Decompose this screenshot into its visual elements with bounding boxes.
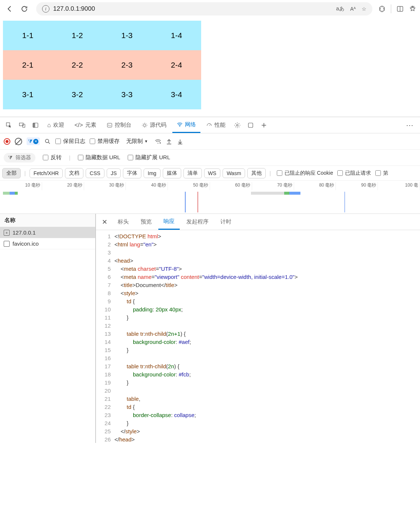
record-button[interactable]	[4, 138, 10, 145]
hide-ext-urls-checkbox[interactable]: 隐藏扩展 URL	[128, 154, 170, 161]
network-toolbar: ⧩✕ 保留日志 禁用缓存 无限制▼	[0, 133, 420, 150]
table-cell: 3-2	[52, 80, 102, 109]
request-row[interactable]: favicon.ico	[0, 238, 95, 249]
filter-css[interactable]: CSS	[86, 168, 104, 178]
hide-data-urls-checkbox[interactable]: 隐藏数据 URL	[78, 154, 120, 161]
panel-icon[interactable]	[245, 119, 257, 131]
load-marker	[197, 192, 198, 212]
filter-img[interactable]: Img	[144, 168, 160, 178]
domcontentloaded-marker	[185, 192, 186, 212]
extensions-icon[interactable]	[378, 5, 386, 13]
timeline-ticks: 10 毫秒 20 毫秒 30 毫秒 40 毫秒 50 毫秒 60 毫秒 70 毫…	[0, 182, 420, 190]
filter-fetch[interactable]: Fetch/XHR	[30, 168, 63, 178]
third-party-checkbox[interactable]: 第	[375, 170, 388, 177]
dock-icon[interactable]	[30, 119, 41, 131]
waterfall-overview[interactable]: 10 毫秒 20 毫秒 30 毫秒 40 毫秒 50 毫秒 60 毫秒 70 毫…	[0, 181, 420, 214]
detail-tab-headers[interactable]: 标头	[113, 214, 134, 230]
network-conditions-icon[interactable]	[155, 138, 161, 145]
wifi-icon	[177, 122, 183, 127]
throttling-select[interactable]: 无限制▼	[124, 137, 150, 146]
inspect-icon[interactable]	[3, 119, 15, 131]
tab-console[interactable]: 控制台	[102, 117, 136, 133]
filter-font[interactable]: 字体	[123, 168, 141, 178]
upload-icon[interactable]	[166, 138, 172, 145]
filter-media[interactable]: 媒体	[163, 168, 181, 178]
disable-cache-checkbox[interactable]: 禁用缓存	[90, 138, 120, 145]
translate-icon[interactable]: aあ	[336, 6, 344, 12]
filter-all[interactable]: 全部	[2, 168, 21, 178]
response-code-viewer[interactable]: 1234567891011121314151617181920212223242…	[96, 230, 420, 443]
gear-icon[interactable]	[231, 119, 243, 131]
table-cell: 2-4	[152, 50, 201, 80]
filter-js[interactable]: JS	[107, 168, 121, 178]
blocked-requests-checkbox[interactable]: 已阻止请求	[337, 170, 371, 177]
table-cell: 1-3	[102, 21, 152, 50]
download-icon[interactable]	[177, 138, 183, 145]
document-icon: ≡	[4, 230, 10, 236]
svg-point-11	[179, 126, 180, 127]
split-screen-icon[interactable]	[396, 5, 404, 13]
tab-sources[interactable]: 源代码	[137, 117, 171, 133]
filter-input[interactable]: ⧩筛选器	[4, 153, 35, 163]
empty-icon	[4, 241, 10, 247]
collections-icon[interactable]	[409, 5, 416, 13]
tab-elements[interactable]: </>元素	[70, 117, 101, 133]
code-lines: <!DOCTYPE html><html lang="en"> <head> <…	[114, 230, 298, 443]
funnel-icon: ⧩	[28, 138, 32, 144]
filter-bar: ⧩筛选器 反转 | 隐藏数据 URL 隐藏扩展 URL	[0, 150, 420, 166]
detail-tab-initiator[interactable]: 发起程序	[181, 214, 214, 230]
filter-other[interactable]: 其他	[247, 168, 266, 178]
back-button[interactable]	[4, 3, 16, 15]
filter-wasm[interactable]: Wasm	[223, 168, 245, 178]
detail-tab-preview[interactable]: 预览	[135, 214, 157, 230]
clear-filter-icon[interactable]: ✕	[33, 139, 38, 144]
svg-rect-8	[33, 123, 35, 127]
request-row[interactable]: ≡ 127.0.0.1	[0, 227, 95, 238]
read-aloud-icon[interactable]: Aᴬ	[350, 6, 356, 12]
blocked-cookies-checkbox[interactable]: 已阻止的响应 Cookie	[277, 170, 333, 177]
clear-button[interactable]	[15, 138, 22, 145]
search-icon[interactable]	[44, 138, 51, 145]
resource-type-filters: 全部 | Fetch/XHR 文档 CSS JS 字体 Img 媒体 清单 WS…	[0, 166, 420, 181]
plus-icon[interactable]	[258, 119, 270, 131]
filter-toggle[interactable]: ⧩✕	[27, 137, 40, 145]
devtools-panel: ⌂欢迎 </>元素 控制台 源代码 网络 性能 ⋯ ⧩✕ 保留日志 禁用缓存 无…	[0, 117, 420, 443]
preserve-log-checkbox[interactable]: 保留日志	[55, 138, 85, 145]
svg-point-10	[143, 124, 146, 126]
table-cell: 2-3	[102, 50, 152, 80]
invert-checkbox[interactable]: 反转	[43, 154, 62, 161]
address-bar[interactable]: i 127.0.0.1:9000 aあ Aᴬ ☆	[36, 2, 372, 16]
svg-point-15	[158, 143, 158, 143]
caret-down-icon: ▼	[144, 139, 148, 143]
divider: |	[268, 170, 272, 176]
tab-performance[interactable]: 性能	[202, 117, 230, 133]
filter-doc[interactable]: 文档	[65, 168, 83, 178]
more-icon[interactable]: ⋯	[402, 121, 417, 130]
detail-tab-response[interactable]: 响应	[158, 214, 180, 230]
tab-welcome[interactable]: ⌂欢迎	[43, 117, 69, 133]
request-detail: ✕ 标头 预览 响应 发起程序 计时 123456789101112131415…	[96, 214, 420, 443]
close-detail-icon[interactable]: ✕	[98, 218, 111, 226]
refresh-button[interactable]	[18, 3, 30, 15]
page-viewport: 1-1 1-2 1-3 1-4 2-1 2-2 2-3 2-4 3-1 3-2 …	[0, 18, 420, 112]
table-cell: 1-4	[152, 21, 201, 50]
svg-point-14	[45, 139, 49, 143]
tab-network[interactable]: 网络	[172, 117, 200, 133]
gauge-icon	[206, 122, 212, 128]
filter-manifest[interactable]: 清单	[183, 168, 202, 178]
console-icon	[107, 122, 113, 128]
home-icon: ⌂	[47, 122, 51, 129]
table-cell: 3-3	[102, 80, 152, 109]
request-name: favicon.ico	[13, 240, 39, 247]
bug-icon	[142, 122, 148, 128]
favorite-icon[interactable]: ☆	[362, 6, 366, 12]
divider	[391, 4, 391, 13]
detail-tabbar: ✕ 标头 预览 响应 发起程序 计时	[96, 214, 420, 230]
detail-tab-timing[interactable]: 计时	[215, 214, 237, 230]
column-header-name[interactable]: 名称	[0, 214, 95, 227]
filter-ws[interactable]: WS	[204, 168, 221, 178]
site-info-icon[interactable]: i	[42, 5, 49, 13]
code-icon: </>	[75, 122, 83, 129]
device-icon[interactable]	[16, 119, 28, 131]
timeline-bars	[0, 192, 420, 212]
